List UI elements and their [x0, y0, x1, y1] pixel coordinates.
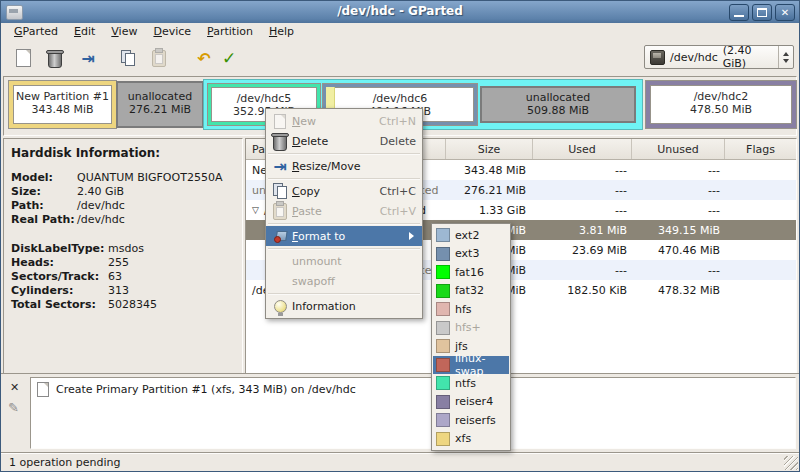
menu-edit[interactable]: Edit	[66, 24, 103, 40]
fs-color-swatch	[436, 265, 450, 279]
fs-color-swatch	[436, 247, 450, 261]
info-label: Real Path:	[11, 213, 77, 227]
context-menu-unmount[interactable]: unmount	[266, 251, 422, 271]
operation-item[interactable]: Create Primary Partition #1 (xfs, 343 Mi…	[31, 378, 795, 401]
partition-context-menu: New Ctrl+N Delete Delete Resize/Move Cop…	[265, 108, 423, 319]
menu-partition[interactable]: Partition	[199, 24, 261, 40]
info-label: Total Sectors:	[11, 298, 108, 312]
format-option-fat32[interactable]: fat32	[433, 282, 509, 301]
menu-separator	[268, 248, 420, 249]
format-option-hfsplus[interactable]: hfs+	[433, 319, 509, 338]
harddisk-info-title: Harddisk Information:	[11, 146, 242, 160]
format-icon	[274, 230, 287, 243]
apply-icon	[222, 48, 236, 68]
device-selector[interactable]: /dev/hdc (2.40 GiB)	[644, 45, 794, 69]
delete-icon	[48, 53, 62, 68]
partition-size: 509.88 MiB	[482, 104, 634, 117]
lightbulb-icon	[274, 300, 287, 313]
toolbar: /dev/hdc (2.40 GiB)	[1, 41, 799, 75]
context-menu-copy[interactable]: Copy Ctrl+C	[266, 181, 422, 201]
info-label: Heads:	[11, 256, 108, 270]
info-label: Sectors/Track:	[11, 270, 108, 284]
new-document-icon	[274, 114, 286, 129]
format-to-submenu: ext2 ext3 fat16 fat32 hfs hfs+ jfs linux…	[431, 223, 511, 451]
undo-icon	[197, 49, 210, 68]
operations-pane: Create Primary Partition #1 (xfs, 343 Mi…	[1, 373, 799, 453]
context-menu-format-to[interactable]: Format to	[266, 226, 422, 246]
paste-icon	[273, 203, 287, 220]
fs-color-swatch	[436, 395, 450, 409]
menu-view[interactable]: View	[103, 24, 145, 40]
format-option-reiserfs[interactable]: reiserfs	[433, 411, 509, 430]
fs-color-swatch	[436, 432, 450, 446]
spin-up-icon	[783, 49, 789, 56]
menu-gparted[interactable]: GParted	[6, 24, 66, 40]
titlebar[interactable]: /dev/hdc - GParted	[1, 1, 799, 24]
close-button[interactable]	[775, 4, 795, 21]
menu-separator	[268, 293, 420, 294]
delete-button[interactable]	[42, 45, 68, 71]
resize-move-icon	[81, 49, 94, 68]
spin-down-icon	[783, 59, 789, 66]
info-value: 2.40 GiB	[77, 185, 124, 199]
partition-size: 276.21 MiB	[118, 103, 202, 116]
column-header-flags: Flags	[725, 139, 796, 159]
minimize-button[interactable]	[729, 4, 749, 21]
partition-label: /dev/hdc5	[211, 92, 317, 105]
format-option-linux-swap[interactable]: linux-swap	[433, 356, 509, 375]
info-value: msdos	[108, 242, 144, 256]
info-value: /dev/hdc	[77, 199, 125, 213]
format-option-reiser4[interactable]: reiser4	[433, 393, 509, 412]
column-header-used: Used	[533, 139, 632, 159]
context-menu-delete[interactable]: Delete Delete	[266, 131, 422, 151]
partition-size: 478.50 MiB	[650, 103, 792, 116]
menu-device[interactable]: Device	[145, 24, 199, 40]
menu-separator	[268, 223, 420, 224]
resize-move-button[interactable]	[75, 45, 101, 71]
paste-icon	[152, 50, 166, 67]
format-option-ext2[interactable]: ext2	[433, 226, 509, 245]
format-option-hfs[interactable]: hfs	[433, 300, 509, 319]
operation-text: Create Primary Partition #1 (xfs, 343 Mi…	[56, 383, 356, 396]
expander-icon[interactable]: ▽	[252, 205, 259, 215]
copy-button[interactable]	[115, 45, 141, 71]
paste-button[interactable]	[146, 45, 172, 71]
format-option-fat16[interactable]: fat16	[433, 263, 509, 282]
fs-color-swatch	[436, 376, 450, 390]
context-menu-swapoff[interactable]: swapoff	[266, 271, 422, 291]
new-partition-button[interactable]	[10, 45, 36, 71]
menu-separator	[268, 178, 420, 179]
context-menu-information[interactable]: Information	[266, 296, 422, 316]
fs-color-swatch	[436, 413, 450, 427]
operation-document-icon	[37, 382, 49, 397]
partition-label: /dev/hdc6	[326, 92, 474, 105]
device-selector-spinner[interactable]	[778, 46, 793, 68]
resize-move-icon	[273, 157, 286, 176]
partition-size: 343.48 MiB	[13, 103, 112, 116]
partition-box-unallocated-1[interactable]: unallocated 276.21 MiB	[116, 81, 204, 128]
close-icon[interactable]	[10, 381, 19, 394]
partition-box-unallocated-2[interactable]: unallocated 509.88 MiB	[480, 86, 636, 123]
info-label: Cylinders:	[11, 284, 108, 298]
format-option-xfs[interactable]: xfs	[433, 430, 509, 449]
context-menu-paste[interactable]: Paste Ctrl+V	[266, 201, 422, 221]
window-title: /dev/hdc - GParted	[1, 4, 799, 18]
info-label: DiskLabelType:	[11, 242, 108, 256]
info-value: /dev/hdc	[77, 213, 125, 227]
apply-button[interactable]	[216, 45, 242, 71]
info-label: Size:	[11, 185, 77, 199]
partition-box-hdc2[interactable]: /dev/hdc2 478.50 MiB	[646, 81, 796, 128]
info-value: 313	[108, 284, 129, 298]
maximize-button[interactable]	[752, 4, 772, 21]
hand-edit-icon	[8, 400, 19, 415]
format-option-ext3[interactable]: ext3	[433, 245, 509, 264]
trash-icon	[273, 136, 287, 151]
context-menu-resize-move[interactable]: Resize/Move	[266, 156, 422, 176]
context-menu-new[interactable]: New Ctrl+N	[266, 111, 422, 131]
partition-label: unallocated	[482, 91, 634, 104]
menu-help[interactable]: Help	[261, 24, 302, 40]
partition-box-new1[interactable]: New Partition #1 343.48 MiB	[9, 81, 116, 128]
operations-list: Create Primary Partition #1 (xfs, 343 Mi…	[30, 377, 796, 449]
undo-button[interactable]	[191, 45, 217, 71]
resize-grip[interactable]	[784, 456, 798, 470]
